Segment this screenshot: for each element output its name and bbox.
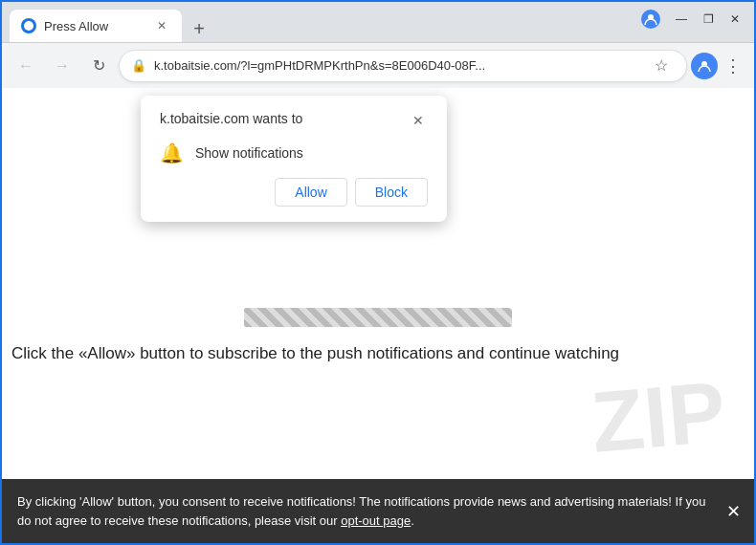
refresh-button[interactable]: ↻ [82, 50, 115, 82]
permission-dialog: k.tobaitsie.com wants to ✕ 🔔 Show notifi… [141, 96, 447, 222]
bottom-notification-bar: By clicking 'Allow' button, you consent … [2, 479, 754, 543]
bell-icon: 🔔 [160, 142, 184, 164]
address-bar[interactable]: 🔒 k.tobaitsie.com/?l=gmPHtDRMPKrthPn&s=8… [119, 50, 687, 82]
close-button[interactable]: ✕ [723, 8, 746, 31]
new-tab-button[interactable]: + [186, 15, 212, 42]
menu-button[interactable]: ⋮ [720, 53, 746, 79]
tab-title: Press Allow [44, 19, 145, 33]
progress-bar [244, 308, 512, 327]
progress-area [244, 308, 512, 327]
nav-bar: ← → ↻ 🔒 k.tobaitsie.com/?l=gmPHtDRMPKrth… [2, 42, 754, 88]
profile-nav-button[interactable] [691, 53, 718, 79]
minimize-button[interactable]: — [670, 8, 693, 31]
address-text: k.tobaitsie.com/?l=gmPHtDRMPKrthPn&s=8E0… [154, 58, 640, 73]
allow-button[interactable]: Allow [275, 178, 346, 207]
tab-favicon [21, 18, 36, 33]
main-message: Click the «Allow» button to subscribe to… [11, 344, 745, 363]
dialog-buttons: Allow Block [160, 178, 428, 207]
browser-window: Press Allow ✕ + — ❐ ✕ ← → ↻ 🔒 k.tobaitsi… [0, 0, 756, 545]
bottom-bar-close-button[interactable]: ✕ [726, 498, 741, 524]
lock-icon: 🔒 [131, 58, 146, 73]
dialog-close-button[interactable]: ✕ [409, 111, 428, 130]
tab-area: Press Allow ✕ + [10, 2, 628, 42]
opt-out-link[interactable]: opt-out page [341, 513, 411, 528]
title-bar: Press Allow ✕ + — ❐ ✕ [2, 2, 754, 42]
dialog-header: k.tobaitsie.com wants to ✕ [160, 111, 428, 130]
maximize-button[interactable]: ❐ [697, 8, 720, 31]
active-tab[interactable]: Press Allow ✕ [10, 10, 182, 42]
watermark: ZIP [588, 362, 729, 472]
dialog-notification-row: 🔔 Show notifications [160, 142, 428, 164]
profile-button[interactable] [637, 9, 664, 35]
forward-button[interactable]: → [46, 50, 78, 82]
block-button[interactable]: Block [355, 178, 428, 207]
bottom-bar-suffix: . [411, 513, 414, 528]
back-button[interactable]: ← [10, 50, 42, 82]
profile-icon [641, 10, 660, 29]
notification-label: Show notifications [195, 145, 303, 161]
dialog-title: k.tobaitsie.com wants to [160, 111, 302, 126]
window-controls: — ❐ ✕ [670, 8, 746, 36]
tab-close-button[interactable]: ✕ [153, 17, 170, 34]
nav-right-controls: ⋮ [691, 53, 746, 79]
page-content: ZIP k.tobaitsie.com wants to ✕ 🔔 Show no… [2, 88, 754, 543]
bookmark-button[interactable]: ☆ [648, 53, 675, 79]
